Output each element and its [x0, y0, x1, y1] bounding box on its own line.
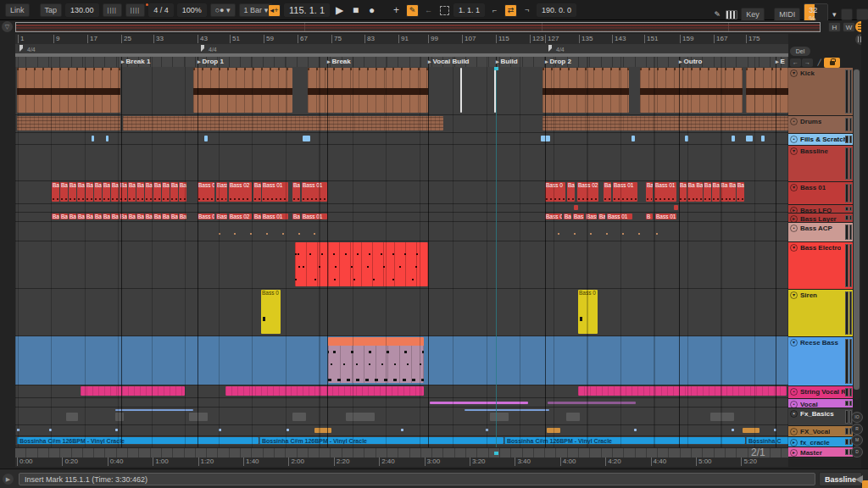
status-message-field[interactable]: [19, 473, 815, 485]
clip[interactable]: Ba: [737, 182, 744, 202]
corner-notification-icon[interactable]: [862, 480, 868, 488]
clip[interactable]: [328, 337, 424, 383]
clip[interactable]: [314, 233, 315, 235]
groove-pool-button[interactable]: ○● ▾: [210, 3, 236, 17]
marquee-mode-icon[interactable]: [438, 4, 451, 17]
lane-vocal[interactable]: [15, 398, 788, 408]
locator-drop-1[interactable]: ▸Drop 1: [198, 58, 224, 65]
clip[interactable]: [746, 68, 788, 113]
clip[interactable]: [732, 429, 734, 431]
clip[interactable]: [542, 68, 629, 113]
clip[interactable]: Ba: [111, 182, 119, 202]
clip[interactable]: Bass 01: [302, 214, 327, 219]
clip[interactable]: Ba: [60, 182, 68, 202]
track-header-bassline[interactable]: ▾Bassline: [788, 146, 853, 182]
clip[interactable]: [541, 136, 550, 141]
clip[interactable]: [622, 233, 624, 235]
record-button[interactable]: ●: [365, 4, 378, 17]
track-header-fx-vocal[interactable]: •FX_Vocal: [788, 426, 853, 437]
lane-fx-cracle[interactable]: Bossinha C#m 126BPM - Vinyl CracleBossin…: [15, 436, 788, 446]
lane-fx-vocal[interactable]: [15, 425, 788, 436]
clip[interactable]: Bossinha C#m 126BPM - Vinyl Cracle: [259, 437, 504, 444]
clip[interactable]: Ba: [128, 214, 136, 219]
track-header-master[interactable]: ▸Master: [788, 447, 853, 458]
clip[interactable]: [314, 428, 331, 433]
clip[interactable]: [115, 429, 118, 431]
clip[interactable]: [81, 386, 185, 396]
locator-break[interactable]: ▸Break: [327, 58, 351, 65]
clip[interactable]: Ba: [145, 182, 153, 202]
clip[interactable]: Ba: [679, 182, 687, 202]
clip[interactable]: [634, 429, 637, 431]
draw-mode-button[interactable]: ✎: [406, 4, 419, 17]
clip[interactable]: [638, 233, 640, 235]
clip[interactable]: Bass: [586, 214, 597, 219]
clip[interactable]: B: [646, 214, 653, 219]
clip[interactable]: [292, 413, 306, 421]
track-header-reese-bass[interactable]: ▾Reese Bass: [788, 337, 853, 386]
play-button[interactable]: ▶: [333, 4, 346, 17]
clip[interactable]: [115, 413, 124, 421]
tempo-field[interactable]: 130.00: [65, 3, 99, 17]
clip[interactable]: Ba: [77, 214, 85, 219]
locator-outro[interactable]: ▸Outro: [679, 58, 702, 65]
clip[interactable]: [710, 413, 734, 421]
clip[interactable]: Ba: [77, 182, 85, 202]
clip[interactable]: Ba: [179, 214, 186, 219]
clip[interactable]: Ba: [111, 214, 119, 219]
midi-map-button[interactable]: MIDI: [774, 8, 800, 21]
clip[interactable]: [49, 429, 52, 431]
track-header-kick[interactable]: ▾Kick: [788, 68, 853, 116]
clip[interactable]: [303, 136, 310, 141]
track-fold-icon[interactable]: ▾: [790, 184, 798, 191]
time-signature-field[interactable]: 4 / 4: [148, 3, 174, 17]
clip[interactable]: Ba: [120, 214, 127, 219]
lane-fx-basics[interactable]: [15, 408, 788, 425]
nudge-up-button[interactable]: ||||: [125, 3, 145, 17]
clip[interactable]: [640, 68, 743, 113]
clip[interactable]: Bass 0: [578, 290, 598, 334]
clip[interactable]: [346, 413, 375, 421]
clip[interactable]: Ba: [728, 182, 736, 202]
track-fold-icon[interactable]: •: [790, 136, 798, 143]
clip[interactable]: [225, 386, 424, 396]
clip[interactable]: Bass: [216, 182, 227, 202]
locator-vocal-build[interactable]: ▸Vocal Build: [428, 58, 469, 65]
clip[interactable]: [774, 429, 776, 431]
clip[interactable]: [92, 136, 94, 141]
clip[interactable]: Bass 0: [198, 182, 214, 202]
clip[interactable]: [674, 205, 678, 210]
mixer-section-toggle-io[interactable]: IO: [851, 412, 863, 423]
track-fold-icon[interactable]: ▾: [790, 244, 798, 252]
track-fold-icon[interactable]: •: [790, 118, 798, 125]
status-play-icon[interactable]: ▶: [3, 474, 14, 485]
clip[interactable]: Bass 01: [262, 214, 288, 219]
loop-switch[interactable]: ⇄: [504, 4, 517, 17]
clip[interactable]: [287, 429, 289, 431]
clip[interactable]: [219, 429, 221, 431]
track-header-vocal[interactable]: •Vocal: [788, 399, 853, 408]
height-zoom-button[interactable]: H: [828, 22, 841, 32]
clip[interactable]: Ba: [292, 182, 300, 202]
clip[interactable]: [574, 205, 578, 210]
clip[interactable]: [548, 402, 636, 404]
clip[interactable]: [17, 429, 19, 431]
lane-siren[interactable]: Bass 0Bass 0: [15, 289, 788, 336]
locator-build[interactable]: ▸Build: [496, 58, 518, 65]
clip[interactable]: [685, 136, 688, 141]
punch-out-icon[interactable]: ¬: [520, 4, 533, 17]
nudge-down-button[interactable]: ||||: [103, 3, 122, 17]
clip[interactable]: Ba: [69, 182, 76, 202]
clip[interactable]: [743, 428, 760, 433]
clip[interactable]: Bass 02: [577, 182, 598, 202]
clip[interactable]: Ba: [94, 182, 102, 202]
track-header-fx-cracle[interactable]: ▸fx_cracle: [788, 437, 853, 447]
clip[interactable]: Bass 01: [607, 214, 632, 219]
track-fold-icon[interactable]: ▾: [790, 69, 798, 77]
clip[interactable]: Ba: [292, 214, 300, 219]
arrangement-position-marker-button[interactable]: ◂+: [268, 4, 281, 17]
clip[interactable]: [566, 413, 580, 421]
clip[interactable]: [106, 136, 108, 141]
clip[interactable]: Ba: [52, 182, 59, 202]
clip[interactable]: [308, 116, 443, 130]
